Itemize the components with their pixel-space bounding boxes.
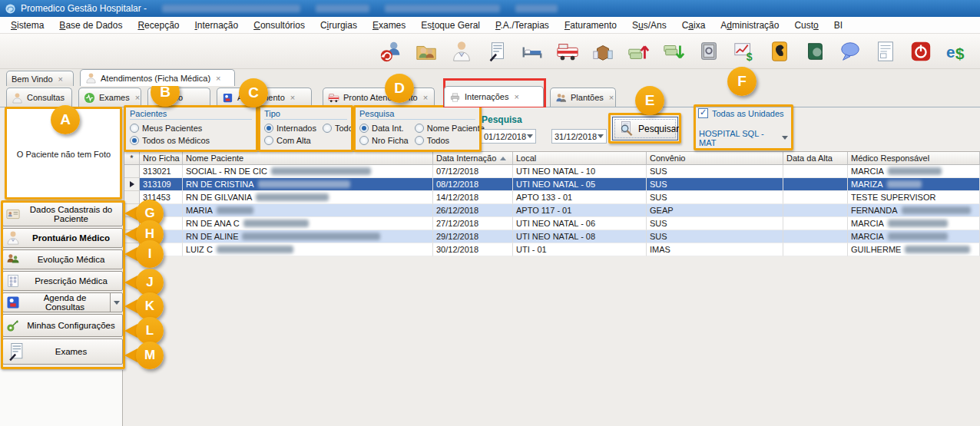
radio-option[interactable]: Com Alta — [264, 136, 316, 145]
toolbar-button[interactable] — [519, 38, 545, 65]
chevron-down-icon[interactable] — [527, 134, 533, 138]
toolbar-button[interactable] — [696, 38, 721, 65]
close-icon[interactable] — [290, 93, 295, 102]
unit-select[interactable]: HOSPITAL SQL - MAT — [697, 130, 790, 145]
menu-item[interactable]: Sus/Ans — [624, 18, 674, 33]
menu-item[interactable]: Administração — [713, 18, 786, 33]
radio-option[interactable]: Internados — [264, 124, 316, 133]
radio-option[interactable]: Todos — [415, 136, 485, 145]
menu-item[interactable]: Estoque Geral — [413, 18, 488, 33]
menu-item[interactable]: Sistema — [3, 18, 51, 33]
sub-tab[interactable]: Plantões — [550, 88, 616, 107]
pesquisar-button[interactable]: Pesquisar — [612, 117, 678, 140]
table-row[interactable]: 313109 RN DE CRISTINA 08/12/2018 UTI NEO… — [124, 178, 980, 191]
menu-item[interactable]: Recepção — [130, 18, 187, 33]
main-tab[interactable]: Bem Vindo — [6, 71, 74, 86]
menu-item[interactable]: Caixa — [674, 18, 713, 33]
close-icon[interactable] — [514, 92, 518, 101]
toolbar-button[interactable] — [872, 38, 898, 65]
radio-option[interactable]: Nome Paciente — [415, 124, 485, 133]
sidebar-button[interactable]: Agenda de Consultas — [2, 292, 123, 312]
menu-item[interactable]: Cirurgias — [313, 18, 365, 33]
table-row[interactable]: MARIA 26/12/2018 APTO 117 - 01 GEAP FERN… — [124, 204, 980, 217]
menu-item[interactable]: Consultórios — [246, 18, 313, 33]
sub-tab[interactable]: Pronto Atendimento — [323, 88, 435, 107]
menu-item[interactable]: P.A./Terapias — [488, 18, 557, 33]
toolbar-button[interactable] — [449, 38, 474, 65]
toolbar-button[interactable] — [766, 38, 792, 65]
menu-item[interactable]: Exames — [365, 18, 413, 33]
column-header-convenio[interactable]: Convênio — [647, 152, 783, 165]
toolbar-button[interactable] — [908, 38, 933, 65]
no-photo-text: O Paciente não tem Foto — [17, 150, 111, 159]
menu-item-label: BI — [834, 20, 843, 31]
close-icon[interactable] — [423, 93, 428, 102]
menu-item[interactable]: Custo — [786, 18, 826, 33]
toolbar-button[interactable] — [413, 38, 439, 65]
sub-tab[interactable]: Exames — [78, 88, 141, 107]
sidebar-button[interactable]: Minhas Configurações — [2, 314, 123, 337]
callout-l: L — [124, 317, 167, 345]
menu-item[interactable]: Internação — [187, 18, 246, 33]
main-tab[interactable]: Atendimentos (Ficha Médica) — [80, 69, 235, 86]
column-header-nome-paciente[interactable]: Nome Paciente — [183, 152, 433, 165]
all-units-checkbox[interactable]: Todas as Unidades — [698, 108, 784, 118]
sub-tab[interactable]: Internações — [444, 86, 544, 107]
radio-option[interactable]: Data Int. — [359, 124, 409, 133]
search-section-label: Pesquisa — [482, 114, 522, 125]
close-icon[interactable] — [609, 93, 614, 102]
cell-data-internacao: 26/12/2018 — [433, 204, 513, 217]
sidebar-button[interactable]: Prontuário Médico — [2, 228, 123, 248]
menu-item-label: Custo — [794, 20, 818, 31]
sub-tab[interactable]: Consultas — [6, 88, 72, 107]
menu-item[interactable]: Faturamento — [557, 18, 624, 33]
sidebar-button[interactable]: Evolução Médica — [2, 249, 123, 269]
column-header-data-alta[interactable]: Data da Alta — [783, 152, 848, 165]
checkbox-icon[interactable] — [698, 108, 708, 118]
table-row[interactable]: 31 RN DE ALINE 29/12/2018 UTI NEO NATAL … — [124, 230, 980, 243]
toolbar-button[interactable] — [590, 38, 615, 65]
column-header-local[interactable]: Local — [513, 152, 647, 165]
toolbar-button[interactable]: $ — [731, 38, 757, 65]
sidebar-button-label: Agenda de Consultas — [23, 293, 107, 312]
toolbar-button[interactable] — [802, 38, 827, 65]
menu-item-label: Cirurgias — [320, 20, 357, 31]
toolbar-button[interactable]: e$ — [943, 38, 968, 65]
table-row[interactable]: 313021 SOCIAL - RN DE CIC 07/12/2018 UTI… — [124, 165, 980, 178]
toolbar-button[interactable] — [661, 38, 686, 65]
cell-data-alta — [783, 217, 848, 230]
column-header-medico[interactable]: Médico Responsável — [848, 152, 980, 165]
close-icon[interactable] — [216, 74, 220, 83]
chevron-down-icon[interactable] — [598, 134, 604, 138]
toolbar-button[interactable] — [555, 38, 580, 65]
date-to-input[interactable]: 31/12/2018 — [551, 129, 607, 144]
close-icon[interactable] — [58, 74, 63, 84]
menu-item[interactable]: BI — [826, 18, 850, 33]
menu-item[interactable]: Base de Dados — [51, 18, 130, 33]
money-down-icon — [662, 40, 685, 63]
radio-option[interactable]: Meus Pacientes — [130, 124, 252, 133]
sidebar-button[interactable]: Exames — [2, 338, 123, 365]
toolbar-button[interactable] — [837, 38, 862, 65]
column-header-nro-ficha[interactable]: Nro Ficha — [140, 152, 183, 165]
toolbar-button[interactable] — [378, 38, 403, 65]
chevron-down-icon[interactable] — [782, 136, 788, 140]
column-header-data-internacao[interactable]: Data Internação — [433, 152, 513, 165]
hospital-bed-icon — [521, 40, 544, 63]
table-row[interactable]: 3 RN DE ANA C 27/12/2018 UTI NEO NATAL -… — [124, 217, 980, 230]
redacted-name — [887, 180, 922, 188]
toolbar-button[interactable] — [625, 38, 651, 65]
sidebar-button[interactable]: Dados Cadastrais do Paciente — [2, 202, 123, 226]
sidebar-button[interactable]: Prescrição Médica — [2, 271, 123, 291]
table-row[interactable]: 311453 RN DE GILVANIA 14/12/2018 APTO 13… — [124, 191, 980, 204]
toolbar-button[interactable] — [484, 38, 509, 65]
split-dropdown[interactable] — [110, 293, 122, 312]
doctor-icon — [5, 230, 21, 246]
radio-option[interactable]: Todos os Médicos — [130, 136, 252, 145]
close-icon[interactable] — [135, 93, 140, 102]
radio-option[interactable]: Nro Ficha — [359, 136, 409, 145]
radio-option[interactable]: Todos — [323, 124, 357, 133]
table-row[interactable]: LUIZ C 30/12/2018 UTI - 01 IMAS GUILHERM… — [124, 243, 980, 256]
date-from-input[interactable]: 01/12/2018 — [481, 129, 536, 144]
callout-c: C — [239, 78, 268, 107]
